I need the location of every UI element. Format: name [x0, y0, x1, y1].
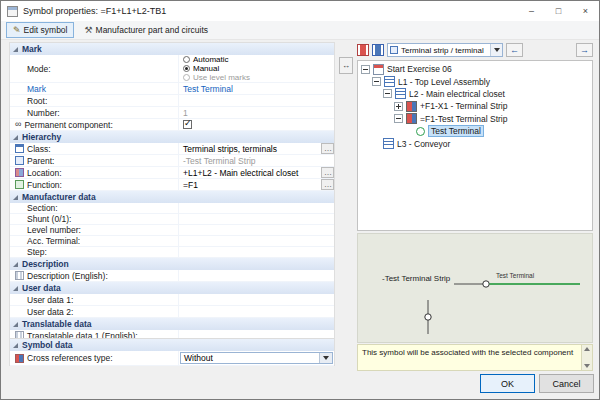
radio-automatic[interactable]: Automatic: [183, 55, 229, 64]
function-value-field[interactable]: =F1 …: [178, 179, 334, 190]
mode-label: Mode:: [10, 55, 178, 82]
row-parent: Parent: -Test Terminal Strip: [10, 155, 334, 167]
cancel-button[interactable]: Cancel: [539, 374, 594, 393]
collapse-box-icon[interactable]: [383, 89, 392, 98]
function-browse-button[interactable]: …: [321, 179, 334, 190]
section-value-field[interactable]: [178, 203, 334, 213]
wrench-icon: ⚒: [84, 25, 92, 35]
property-grid: Mark Mode: Automatic Manual Use level m: [9, 42, 335, 366]
assign-left-button[interactable]: ←: [506, 43, 523, 57]
translatable-data-1-field[interactable]: [178, 330, 334, 338]
acc-terminal-value-field[interactable]: [178, 236, 334, 246]
permanent-checkbox[interactable]: [183, 120, 192, 129]
tree-node-l2[interactable]: L2 - Main electrical closet: [358, 88, 592, 100]
tab-manufacturer-label: Manufacturer part and circuits: [96, 25, 208, 35]
dropdown-arrow-button[interactable]: [490, 44, 502, 56]
function-icon: [15, 180, 24, 189]
property-grid-scroll: Mark Mode: Automatic Manual Use level m: [10, 43, 334, 338]
section-hierarchy[interactable]: Hierarchy: [10, 131, 334, 143]
section-translatable-data[interactable]: Translatable data: [10, 318, 334, 330]
terminal-dot-icon: [416, 127, 425, 136]
collapse-icon: [13, 286, 18, 291]
strip-name-text: -Test Terminal Strip: [382, 274, 451, 283]
shunt-value-field[interactable]: [178, 214, 334, 224]
section-symbol-data[interactable]: Symbol data: [10, 339, 334, 351]
radio-manual[interactable]: Manual: [183, 64, 219, 73]
section-user-data[interactable]: User data: [10, 282, 334, 294]
info-message-box: This symbol will be associated with the …: [357, 344, 593, 371]
tree-node-l1[interactable]: L1 - Top Level Assembly: [358, 75, 592, 87]
class-label: Class:: [10, 143, 178, 154]
section-manufacturer-data[interactable]: Manufacturer data: [10, 191, 334, 203]
terminal-strip-icon: [406, 101, 417, 112]
minimize-button[interactable]: –: [518, 1, 545, 21]
row-acc-terminal: Acc. Terminal:: [10, 236, 334, 247]
cross-references-combobox[interactable]: Without: [180, 352, 333, 364]
user-data-1-field[interactable]: [178, 294, 334, 305]
app-icon: [7, 6, 18, 17]
maximize-button[interactable]: □: [545, 1, 572, 21]
cross-reference-icon: [15, 354, 24, 363]
radio-use-level-marks: Use level marks: [183, 73, 250, 82]
permanent-checkbox-cell: [178, 119, 334, 130]
permanent-label: ∞ Permanent component:: [10, 119, 178, 130]
mark-value-field[interactable]: Test Terminal: [178, 83, 334, 94]
chevron-down-icon: [494, 48, 500, 52]
parent-icon: [15, 156, 24, 165]
filter-combobox[interactable]: Terminal strip / terminal: [387, 43, 503, 57]
tree-node-f1-test-strip[interactable]: =F1-Test Terminal Strip: [358, 113, 592, 125]
mode-radio-group: Automatic Manual Use level marks: [178, 55, 334, 82]
symbol-properties-dialog: Symbol properties: =F1+L1+L2-TB1 – □ × ✎…: [0, 0, 600, 400]
terminal-strip-icon[interactable]: [357, 44, 369, 56]
tree-node-f1-x1[interactable]: +F1-X1 - Terminal Strip: [358, 100, 592, 112]
ok-button[interactable]: OK: [480, 374, 535, 393]
collapse-box-icon[interactable]: [372, 77, 381, 86]
user-data-2-field[interactable]: [178, 306, 334, 317]
panel-splitter-button[interactable]: ↔: [339, 57, 353, 74]
step-value-field[interactable]: [178, 247, 334, 257]
level-number-value-field[interactable]: [178, 225, 334, 235]
row-translatable-data-1: Translatable data 1 (English):: [10, 330, 334, 338]
selected-tree-label[interactable]: Test Terminal: [428, 125, 484, 137]
radio-selected-icon[interactable]: [183, 65, 190, 72]
window-controls: – □ ×: [518, 1, 599, 21]
radio-icon[interactable]: [183, 56, 190, 63]
row-section: Section:: [10, 203, 334, 214]
scroll-up-icon[interactable]: [584, 347, 590, 351]
tab-edit-symbol-label: Edit symbol: [24, 25, 68, 35]
root-value-field[interactable]: [178, 95, 334, 106]
row-shunt: Shunt (0/1):: [10, 214, 334, 225]
row-user-data-1: User data 1:: [10, 294, 334, 306]
row-function: Function: =F1 …: [10, 179, 334, 191]
location-icon: [15, 168, 24, 177]
info-scrollbar[interactable]: [581, 345, 592, 370]
tree-node-l3[interactable]: L3 - Conveyor: [358, 137, 592, 149]
location-browse-button[interactable]: …: [321, 167, 334, 178]
description-value-field[interactable]: [178, 270, 334, 281]
tab-manufacturer-part[interactable]: ⚒ Manufacturer part and circuits: [77, 22, 215, 38]
scroll-down-icon[interactable]: [584, 364, 590, 368]
window-title: Symbol properties: =F1+L1+L2-TB1: [23, 6, 518, 16]
collapse-box-icon[interactable]: [394, 114, 403, 123]
number-value-field: 1: [178, 107, 334, 118]
tree-node-project[interactable]: Start Exercise 06: [358, 63, 592, 75]
info-message-text: This symbol will be associated with the …: [358, 345, 581, 370]
collapse-box-icon[interactable]: [361, 65, 370, 74]
row-number: Number: 1: [10, 107, 334, 119]
close-button[interactable]: ×: [572, 1, 599, 21]
terminal-icon[interactable]: [372, 44, 384, 56]
dropdown-arrow-button[interactable]: [319, 353, 332, 363]
row-mode: Mode: Automatic Manual Use level marks: [10, 55, 334, 83]
section-mark[interactable]: Mark: [10, 43, 334, 55]
class-browse-button[interactable]: …: [321, 143, 334, 154]
tab-edit-symbol[interactable]: ✎ Edit symbol: [6, 22, 74, 38]
cross-references-cell: Without: [178, 351, 334, 365]
section-description[interactable]: Description: [10, 258, 334, 270]
expand-box-icon[interactable]: [394, 102, 403, 111]
class-value-field[interactable]: Terminal strips, terminals …: [178, 143, 334, 154]
location-value-field[interactable]: +L1+L2 - Main electrical closet …: [178, 167, 334, 178]
assign-right-button[interactable]: →: [576, 43, 593, 57]
row-user-data-2: User data 2:: [10, 306, 334, 318]
filter-combobox-value: Terminal strip / terminal: [401, 46, 484, 55]
tree-node-test-terminal[interactable]: Test Terminal: [358, 125, 592, 137]
